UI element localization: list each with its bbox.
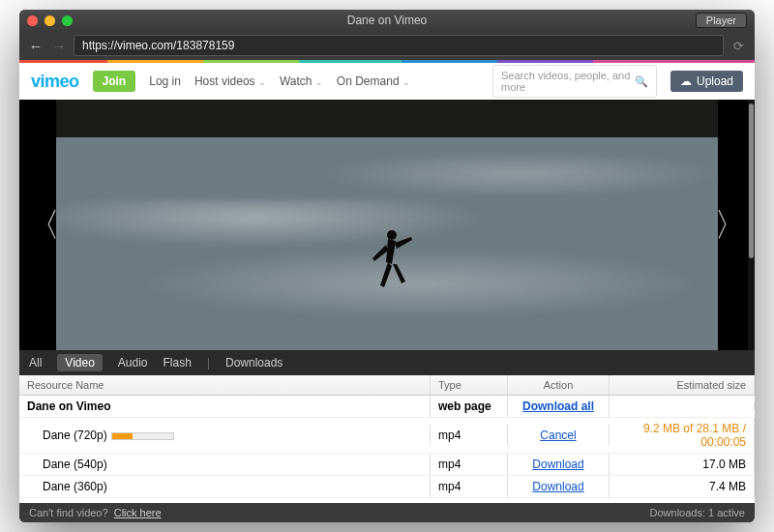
window-title: Dane on Vimeo bbox=[19, 14, 755, 27]
vimeo-header: vimeo Join Log in Host videos ⌄ Watch ⌄ … bbox=[19, 63, 755, 100]
status-hint: Can't find video? bbox=[29, 507, 108, 518]
cell-name: Dane (540p) bbox=[19, 454, 431, 475]
join-button[interactable]: Join bbox=[93, 71, 136, 92]
browser-toolbar: ← → ⟳ bbox=[19, 31, 755, 60]
svg-point-0 bbox=[387, 230, 397, 240]
cell-type: mp4 bbox=[431, 425, 508, 446]
table-row[interactable]: Dane (360p)mp4Download7.4 MB bbox=[19, 476, 755, 498]
resources-table: Resource Name Type Action Estimated size… bbox=[19, 375, 755, 503]
col-name[interactable]: Resource Name bbox=[19, 375, 431, 395]
cell-action: Download bbox=[508, 454, 610, 475]
cell-size: 7.4 MB bbox=[610, 476, 755, 497]
filter-tabs: All Video Audio Flash | Downloads bbox=[19, 350, 755, 375]
cell-name: Dane (360p) bbox=[19, 476, 431, 497]
cloud-upload-icon: ☁ bbox=[680, 74, 692, 88]
vimeo-logo[interactable]: vimeo bbox=[31, 72, 79, 92]
cell-size bbox=[610, 402, 755, 410]
col-action[interactable]: Action bbox=[508, 375, 610, 395]
search-icon: 🔍 bbox=[635, 75, 648, 88]
col-size[interactable]: Estimated size bbox=[610, 375, 755, 395]
cell-size: 17.0 MB bbox=[610, 454, 755, 475]
status-help-link[interactable]: Click here bbox=[114, 507, 162, 518]
cell-action: Cancel bbox=[508, 425, 610, 446]
prev-video-icon[interactable]: 〈 bbox=[27, 203, 60, 248]
chevron-down-icon: ⌄ bbox=[402, 77, 410, 87]
back-icon[interactable]: ← bbox=[27, 38, 45, 54]
reload-icon[interactable]: ⟳ bbox=[729, 39, 747, 53]
tab-flash[interactable]: Flash bbox=[164, 356, 192, 369]
action-link[interactable]: Download bbox=[532, 458, 583, 471]
forward-icon[interactable]: → bbox=[50, 38, 68, 54]
status-bar: Can't find video? Click here Downloads: … bbox=[19, 503, 755, 522]
nav-host[interactable]: Host videos ⌄ bbox=[194, 74, 266, 88]
scrollbar-thumb[interactable] bbox=[749, 103, 754, 258]
table-header: Resource Name Type Action Estimated size bbox=[19, 375, 755, 396]
table-row[interactable]: Dane on Vimeoweb pageDownload all bbox=[19, 396, 755, 418]
chevron-down-icon: ⌄ bbox=[258, 77, 266, 87]
video-frame bbox=[56, 100, 718, 350]
nav-watch[interactable]: Watch ⌄ bbox=[280, 74, 323, 88]
cell-action: Download all bbox=[508, 396, 610, 417]
cell-name: Dane (720p) bbox=[19, 425, 431, 446]
cell-type: web page bbox=[431, 396, 508, 417]
next-video-icon[interactable]: 〉 bbox=[714, 203, 747, 248]
cell-size: 9.2 MB of 28.1 MB / 00:00:05 bbox=[610, 418, 755, 453]
surfer-figure bbox=[367, 225, 415, 303]
url-input[interactable] bbox=[74, 35, 724, 56]
cell-type: mp4 bbox=[431, 454, 508, 475]
table-row[interactable]: Dane (720p)mp4Cancel9.2 MB of 28.1 MB / … bbox=[19, 418, 755, 454]
status-downloads: Downloads: 1 active bbox=[650, 507, 745, 518]
app-window: Dane on Vimeo Player ← → ⟳ vimeo Join Lo… bbox=[19, 10, 755, 522]
video-player[interactable]: 〈 〉 bbox=[19, 100, 755, 350]
web-viewport: vimeo Join Log in Host videos ⌄ Watch ⌄ … bbox=[19, 60, 755, 350]
nav-login[interactable]: Log in bbox=[149, 74, 181, 88]
tab-video[interactable]: Video bbox=[57, 354, 102, 371]
col-type[interactable]: Type bbox=[431, 375, 508, 395]
upload-button[interactable]: ☁Upload bbox=[670, 71, 743, 92]
action-link[interactable]: Cancel bbox=[540, 429, 576, 442]
action-link[interactable]: Download bbox=[532, 480, 583, 493]
action-link[interactable]: Download all bbox=[522, 399, 594, 413]
cell-action: Download bbox=[508, 476, 610, 497]
table-row[interactable]: Dane (540p)mp4Download17.0 MB bbox=[19, 454, 755, 476]
chevron-down-icon: ⌄ bbox=[315, 77, 323, 87]
tab-audio[interactable]: Audio bbox=[118, 356, 148, 369]
nav-ondemand[interactable]: On Demand ⌄ bbox=[337, 74, 410, 88]
progress-bar bbox=[111, 432, 174, 440]
tab-all[interactable]: All bbox=[29, 356, 42, 369]
titlebar: Dane on Vimeo Player bbox=[19, 10, 755, 31]
cell-name: Dane on Vimeo bbox=[19, 396, 431, 417]
search-input[interactable]: Search videos, people, and more🔍 bbox=[492, 65, 657, 98]
tab-downloads[interactable]: Downloads bbox=[225, 356, 283, 369]
tab-separator: | bbox=[207, 356, 210, 369]
cell-type: mp4 bbox=[431, 476, 508, 497]
